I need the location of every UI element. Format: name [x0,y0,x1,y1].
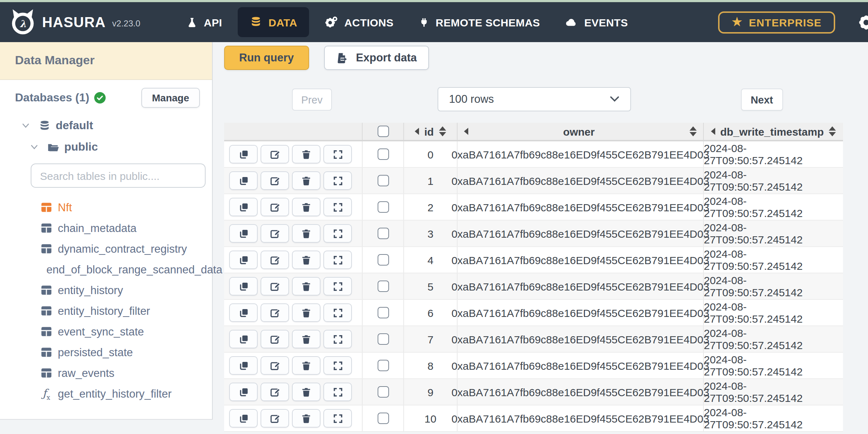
nav-item-api[interactable]: API [176,7,232,37]
expand-row-button[interactable] [323,198,352,216]
sort-icon[interactable] [439,126,446,136]
row-checkbox[interactable] [377,228,389,239]
settings-gear-icon[interactable] [858,14,868,30]
sidebar-table-item[interactable]: end_of_block_range_scanned_data [0,259,212,280]
edit-row-button[interactable] [261,171,289,190]
edit-row-button[interactable] [261,145,289,163]
delete-row-button[interactable] [292,383,321,401]
clone-row-button[interactable] [229,356,258,375]
delete-row-button[interactable] [292,224,321,243]
nav-item-remote-schemas[interactable]: REMOTE SCHEMAS [409,7,550,37]
row-checkbox[interactable] [377,413,389,424]
table-icon [41,347,52,358]
clone-row-button[interactable] [229,277,258,296]
nav-item-actions[interactable]: ACTIONS [315,7,404,37]
row-checkbox[interactable] [377,360,389,371]
expand-row-button[interactable] [323,251,352,269]
nav-item-events[interactable]: EVENTS [556,7,638,37]
column-header-id[interactable]: id [403,123,457,140]
export-data-button[interactable]: Export data [324,46,429,70]
sidebar-table-item[interactable]: event_sync_state [0,321,212,342]
row-checkbox[interactable] [377,254,389,266]
next-page-button[interactable]: Next [741,89,783,111]
row-checkbox[interactable] [377,333,389,345]
expand-row-button[interactable] [323,409,352,428]
row-checkbox[interactable] [377,148,389,160]
edit-row-button[interactable] [261,383,289,401]
chevron-down-icon[interactable] [21,121,30,130]
collapse-column-icon[interactable] [711,128,715,135]
sort-icon[interactable] [690,126,697,136]
delete-row-button[interactable] [292,145,321,163]
edit-row-button[interactable] [261,330,289,348]
hasura-logo[interactable]: λ HASURA v2.23.0 [9,9,140,36]
clone-row-button[interactable] [229,383,258,401]
clone-row-button[interactable] [229,303,258,322]
delete-row-button[interactable] [292,277,321,296]
prev-page-button[interactable]: Prev [292,89,332,111]
rows-per-page-select[interactable]: 100 rows [438,87,631,111]
row-checkbox[interactable] [377,307,389,318]
clone-row-button[interactable] [229,224,258,243]
clone-row-button[interactable] [229,145,258,163]
row-checkbox[interactable] [377,386,389,398]
clone-row-button[interactable] [229,330,258,348]
delete-row-button[interactable] [292,409,321,428]
delete-row-button[interactable] [292,198,321,216]
expand-row-button[interactable] [323,171,352,190]
expand-row-button[interactable] [323,277,352,296]
edit-row-button[interactable] [261,409,289,428]
manage-button[interactable]: Manage [141,88,200,108]
row-checkbox[interactable] [377,281,389,292]
expand-icon [332,387,343,397]
row-checkbox[interactable] [377,175,389,186]
clone-row-button[interactable] [229,171,258,190]
table-name: event_sync_state [58,325,144,338]
delete-row-button[interactable] [292,356,321,375]
select-all-checkbox[interactable] [377,126,389,137]
table-search-input[interactable] [40,170,196,182]
edit-row-button[interactable] [261,198,289,216]
sidebar-table-item[interactable]: persisted_state [0,342,212,363]
sort-icon[interactable] [829,126,836,136]
edit-icon [269,360,280,371]
sidebar-table-item[interactable]: Nft [0,197,212,218]
delete-row-button[interactable] [292,251,321,269]
expand-icon [332,360,343,371]
sidebar-table-item[interactable]: entity_history [0,280,212,301]
delete-row-button[interactable] [292,171,321,190]
column-header-owner[interactable]: owner [457,123,703,140]
delete-row-button[interactable] [292,303,321,322]
nav-item-data[interactable]: DATA [238,7,309,37]
edit-row-button[interactable] [261,277,289,296]
row-checkbox[interactable] [377,201,389,213]
tree-node-schema-public[interactable]: public [30,141,212,153]
collapse-column-icon[interactable] [415,128,419,135]
delete-row-button[interactable] [292,330,321,348]
column-header-db-write-timestamp[interactable]: db_write_timestamp [703,123,843,140]
sidebar-table-item[interactable]: entity_history_filter [0,301,212,321]
expand-row-button[interactable] [323,330,352,348]
run-query-button[interactable]: Run query [224,46,309,70]
expand-row-button[interactable] [323,224,352,243]
sidebar-table-item[interactable]: dynamic_contract_registry [0,238,212,259]
enterprise-button[interactable]: ★ ENTERPRISE [718,11,835,33]
expand-row-button[interactable] [323,145,352,163]
edit-row-button[interactable] [261,224,289,243]
chevron-down-icon[interactable] [30,143,39,151]
expand-row-button[interactable] [323,303,352,322]
edit-row-button[interactable] [261,356,289,375]
expand-row-button[interactable] [323,356,352,375]
clone-row-button[interactable] [229,409,258,428]
collapse-column-icon[interactable] [464,128,468,135]
sidebar-function-item[interactable]: ƒx get_entity_history_filter [0,383,212,404]
edit-row-button[interactable] [261,251,289,269]
edit-row-button[interactable] [261,303,289,322]
expand-row-button[interactable] [323,383,352,401]
edit-icon [269,228,280,239]
tree-node-database-default[interactable]: default [21,119,212,132]
sidebar-table-item[interactable]: chain_metadata [0,218,212,238]
clone-row-button[interactable] [229,198,258,216]
sidebar-table-item[interactable]: raw_events [0,363,212,383]
clone-row-button[interactable] [229,251,258,269]
